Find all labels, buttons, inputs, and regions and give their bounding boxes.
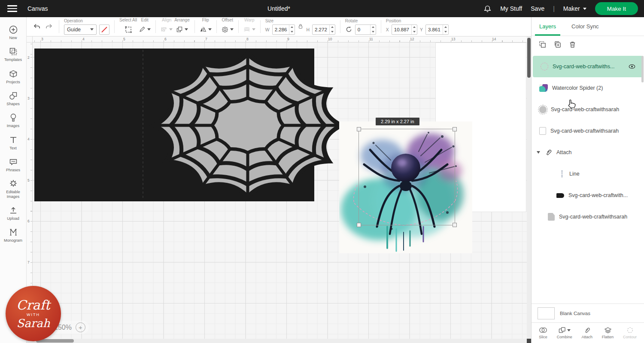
attach-button[interactable]: Attach [581, 327, 592, 339]
operation-select[interactable]: Guide [64, 24, 97, 35]
offset-button[interactable] [222, 24, 234, 36]
redo-button[interactable] [43, 21, 55, 33]
rotate-icon[interactable] [345, 26, 352, 33]
make-it-button[interactable]: Make It [595, 2, 638, 15]
contour-icon [626, 327, 634, 334]
save-link[interactable]: Save [531, 5, 544, 12]
sidebar-item-new[interactable]: New [0, 21, 27, 43]
watercolor-spider-thumbnail [539, 84, 548, 92]
operation-value: Guide [67, 27, 81, 33]
layer-label: Svg-card-web-craftwithsarah [559, 214, 640, 220]
blank-canvas-row[interactable]: Blank Canvas [532, 304, 644, 322]
selection-bounding-box[interactable] [358, 129, 455, 225]
layer-label: Svg-card-web-craftwith... [568, 192, 640, 198]
resize-handle-bottom-left[interactable] [357, 223, 361, 227]
delete-icon[interactable] [568, 40, 577, 49]
layer-row-card-gray[interactable]: Svg-card-web-craftwithsarah [532, 206, 644, 228]
select-all-button[interactable] [122, 24, 134, 36]
height-axis-label: H [306, 27, 310, 32]
group-layers-icon[interactable] [538, 40, 547, 49]
notifications-bell-icon[interactable] [483, 5, 492, 13]
canvas-color-swatch[interactable] [538, 307, 555, 319]
position-x-input[interactable]: 10.887 [392, 24, 417, 35]
chevron-down-icon [208, 28, 212, 30]
width-axis-label: W [265, 27, 270, 32]
flatten-icon [604, 327, 612, 334]
rotate-value: 0 [355, 25, 370, 34]
visibility-eye-icon[interactable] [628, 63, 636, 70]
flip-button[interactable] [200, 24, 212, 36]
sidebar-item-phrases[interactable]: Phrases [0, 154, 27, 176]
arrange-button[interactable] [176, 24, 188, 36]
rotate-stepper[interactable] [370, 25, 376, 34]
y-axis-label: Y [420, 27, 423, 32]
position-group: Position X 10.887 Y 3.861 [385, 18, 450, 36]
size-lock-icon[interactable] [298, 23, 304, 29]
vertical-scrollbar-thumb[interactable] [527, 38, 531, 78]
height-value: 2.272 [313, 25, 329, 34]
sidebar-item-templates[interactable]: Templates [0, 43, 27, 65]
sidebar-item-images[interactable]: Images [0, 109, 27, 131]
my-stuff-link[interactable]: My Stuff [500, 5, 522, 12]
ruler-corner [27, 36, 33, 42]
guide-color-swatch[interactable] [99, 24, 109, 35]
resize-handle-top-right[interactable] [453, 127, 457, 131]
operation-label: Operation [64, 19, 83, 23]
sidebar-item-text[interactable]: Text [0, 132, 27, 154]
layer-label: Svg-card-web-craftwiths... [553, 64, 624, 70]
position-y-input[interactable]: 3.861 [425, 24, 449, 35]
topbar-right: My Stuff Save | Maker Make It [483, 2, 644, 15]
layer-row-web-gray[interactable]: Svg-card-web-craftwithsarah [532, 99, 644, 120]
resize-handle-top-left[interactable] [357, 127, 361, 131]
sidebar-item-shapes[interactable]: Shapes [0, 88, 27, 109]
machine-selector[interactable]: Maker [563, 5, 586, 12]
layer-row-card-white[interactable]: Svg-card-web-craftwithsarah [532, 120, 644, 142]
sidebar-item-upload[interactable]: Upload [0, 202, 27, 224]
vertical-scrollbar[interactable] [527, 36, 531, 339]
chevron-down-icon[interactable] [537, 151, 540, 154]
edit-button[interactable] [139, 24, 151, 36]
warp-button[interactable] [243, 24, 255, 36]
flatten-button[interactable]: Flatten [602, 327, 614, 339]
ruler-horizontal: 3 4 5 6 7 8 9 10 11 12 13 14 [33, 36, 531, 42]
sidebar-item-monogram[interactable]: Monogram [0, 224, 27, 246]
hamburger-menu-icon[interactable] [0, 0, 24, 17]
layer-row-guide[interactable]: Svg-card-web-craftwiths... [533, 56, 643, 77]
slice-button[interactable]: Slice [539, 327, 547, 339]
tab-layers[interactable]: Layers [532, 17, 564, 36]
panel-scrollbar-thumb[interactable] [641, 56, 644, 82]
position-x-stepper[interactable] [411, 25, 417, 34]
height-input[interactable]: 2.272 [312, 24, 335, 35]
new-plus-icon [9, 25, 18, 34]
combine-icon [559, 327, 566, 334]
select-all-label: Select All [119, 18, 137, 22]
duplicate-icon[interactable] [553, 40, 562, 49]
width-input[interactable]: 2.286 [272, 24, 295, 35]
sidebar-item-projects[interactable]: Projects [0, 66, 27, 88]
spiderweb-card-object[interactable] [34, 49, 352, 204]
contour-button[interactable]: Contour [623, 327, 637, 339]
layer-row-web-black[interactable]: Svg-card-web-craftwith... [532, 185, 644, 206]
topbar-divider: | [553, 5, 555, 12]
undo-button[interactable] [31, 21, 43, 33]
layer-row-attach-group[interactable]: Attach [532, 142, 644, 163]
layer-row-line[interactable]: Line [532, 163, 644, 185]
sidebar-item-editable-images[interactable]: Editable Images [0, 176, 27, 202]
height-stepper[interactable] [329, 25, 335, 34]
resize-handle-bottom-right[interactable] [453, 223, 457, 227]
rotate-input[interactable]: 0 [355, 24, 376, 35]
chevron-down-icon [230, 28, 234, 30]
align-label: Align [162, 18, 171, 22]
tab-color-sync[interactable]: Color Sync [564, 17, 607, 36]
combine-button[interactable]: Combine [557, 327, 572, 339]
align-button[interactable] [161, 24, 173, 36]
align-group: Align [160, 17, 173, 36]
layer-list: Svg-card-web-craftwiths... Watercolor Sp… [532, 52, 644, 228]
width-stepper[interactable] [289, 25, 295, 34]
layer-row-watercolor-spider[interactable]: Watercolor Spider (2) [532, 77, 644, 99]
project-title: Untitled* [27, 5, 531, 12]
zoom-in-button[interactable]: + [76, 322, 85, 332]
position-y-stepper[interactable] [443, 25, 448, 34]
horizontal-scrollbar[interactable] [27, 339, 527, 343]
chevron-down-icon [252, 28, 255, 30]
